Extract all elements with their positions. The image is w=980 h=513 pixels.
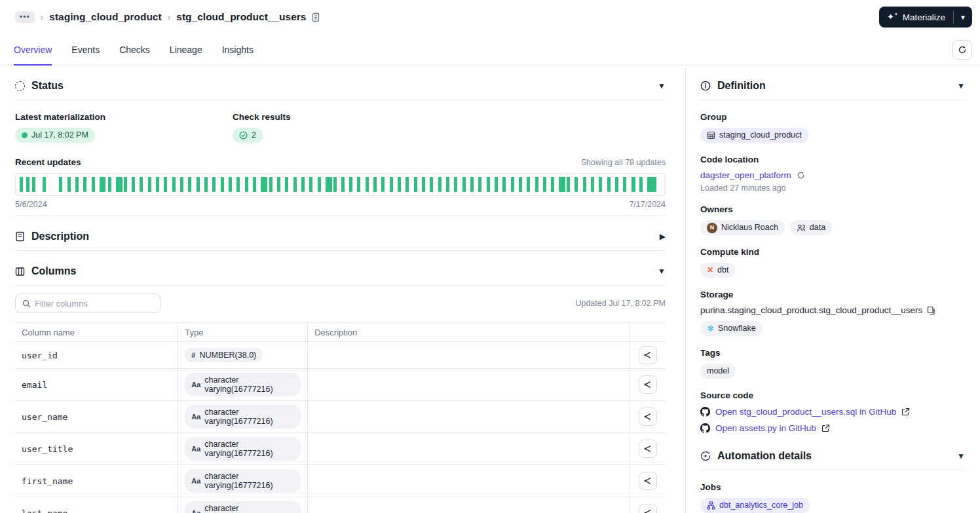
tab-lineage[interactable]: Lineage [170, 34, 202, 65]
storage-platform-tag[interactable]: ❄ Snowflake [700, 321, 763, 336]
update-bar [301, 177, 305, 192]
chevron-right-icon: › [41, 12, 44, 22]
update-bar [478, 177, 481, 192]
column-type-label: character varying(16777216) [204, 408, 294, 426]
source-code-link-row: Open assets.py in GitHub [700, 423, 965, 433]
tab-overview[interactable]: Overview [14, 34, 52, 65]
collapse-definition-icon[interactable]: ▼ [957, 81, 965, 90]
update-bar [140, 177, 143, 192]
tab-checks[interactable]: Checks [119, 34, 150, 65]
update-bar [43, 177, 46, 192]
update-bar [92, 177, 95, 192]
breadcrumb-ellipsis-button[interactable]: ••• [15, 11, 35, 23]
compute-kind-tag[interactable]: ✕ dbt [700, 263, 735, 278]
update-bar [83, 177, 86, 192]
copy-storage-path-icon[interactable] [927, 306, 935, 315]
update-bar [293, 177, 297, 192]
definition-section-header[interactable]: Definition ▼ [700, 66, 965, 100]
tags-label: Tags [700, 348, 965, 358]
github-source-link[interactable]: Open assets.py in GitHub [715, 423, 816, 433]
tab-events[interactable]: Events [71, 34, 100, 65]
owner-team-tag[interactable]: data [790, 220, 832, 235]
external-link-icon [821, 424, 830, 432]
update-bar [470, 177, 474, 192]
update-bar [454, 177, 457, 192]
code-location-link[interactable]: dagster_open_platform [700, 170, 791, 180]
view-column-lineage-button[interactable] [639, 346, 657, 364]
owner-user-tag[interactable]: NNicklaus Roach [700, 220, 785, 235]
update-bar [180, 177, 183, 192]
update-bar [422, 177, 425, 192]
table-row: user_nameAacharacter varying(16777216) [15, 401, 666, 433]
update-bar [438, 177, 442, 192]
update-bar [124, 177, 127, 192]
status-icon [15, 81, 25, 91]
check-results-field: Check results 2 [233, 112, 450, 143]
page-title: stg_cloud_product__users [176, 11, 306, 23]
avatar: N [707, 223, 717, 233]
check-circle-icon [239, 131, 248, 140]
github-source-link[interactable]: Open stg_cloud_product__users.sql in Git… [715, 407, 896, 417]
refresh-button[interactable] [952, 40, 972, 60]
expand-description-icon[interactable]: ▶ [660, 232, 666, 241]
update-bar [26, 177, 29, 192]
update-bar [366, 177, 369, 192]
recent-updates-timeline[interactable] [15, 173, 666, 196]
latest-materialization-label: Latest materialization [15, 112, 233, 122]
column-header-action [630, 323, 666, 342]
text-type-icon: Aa [191, 413, 200, 421]
update-bar [326, 177, 332, 192]
text-type-icon: Aa [191, 509, 200, 513]
columns-section-header[interactable]: Columns ▼ [15, 251, 666, 285]
column-name: first_name [22, 476, 73, 486]
storage-platform-label: Snowflake [718, 323, 756, 334]
materialize-dropdown-button[interactable]: ▼ [954, 7, 972, 28]
update-bar [405, 177, 409, 192]
update-bar [108, 177, 111, 192]
check-results-badge[interactable]: 2 [233, 128, 263, 143]
breadcrumb-group-link[interactable]: staging_cloud_product [49, 11, 161, 23]
update-bar [261, 177, 267, 192]
update-bar [269, 177, 273, 192]
source-code-link-row: Open stg_cloud_product__users.sql in Git… [700, 407, 965, 417]
definition-panel: Definition ▼ Group staging_cloud_product… [686, 66, 980, 513]
status-section-header[interactable]: Status ▼ [15, 66, 666, 100]
collapse-automation-icon[interactable]: ▼ [957, 451, 965, 461]
update-bar [100, 177, 105, 192]
update-bar [381, 177, 385, 192]
view-column-lineage-button[interactable] [639, 472, 657, 490]
group-tag[interactable]: staging_cloud_product [700, 128, 808, 143]
column-type-badge: Aacharacter varying(16777216) [185, 501, 301, 513]
collapse-status-icon[interactable]: ▼ [658, 81, 666, 90]
job-tag[interactable]: dbt_analytics_core_job [700, 498, 810, 513]
job-name: dbt_analytics_core_job [719, 500, 803, 511]
latest-materialization-value: Jul 17, 8:02 PM [31, 130, 88, 141]
column-type-label: character varying(16777216) [204, 504, 294, 513]
tag-pill[interactable]: model [700, 364, 736, 379]
automation-section-header[interactable]: Automation details ▼ [700, 433, 965, 470]
description-section-header[interactable]: Description ▶ [15, 216, 666, 250]
latest-materialization-badge[interactable]: Jul 17, 8:02 PM [15, 128, 95, 143]
copy-asset-name-icon[interactable] [311, 12, 320, 22]
update-bar [20, 177, 23, 192]
update-bar [116, 177, 122, 192]
filter-columns-input[interactable] [35, 299, 153, 309]
materialize-button[interactable]: ✦✦ Materialize [879, 7, 953, 28]
update-bar [390, 177, 393, 192]
lineage-share-icon [643, 351, 652, 360]
view-column-lineage-button[interactable] [639, 408, 657, 426]
column-name: user_name [22, 412, 67, 422]
collapse-columns-icon[interactable]: ▼ [658, 267, 666, 276]
view-column-lineage-button[interactable] [639, 504, 657, 513]
tab-insights[interactable]: Insights [222, 34, 254, 65]
update-bar [519, 177, 522, 192]
description-icon [15, 231, 25, 242]
view-column-lineage-button[interactable] [639, 375, 657, 394]
columns-table: Column nameTypeDescription user_id#NUMBE… [15, 322, 666, 513]
owner-name: Nicklaus Roach [721, 222, 778, 233]
lineage-share-icon [643, 444, 652, 453]
reload-code-location-icon[interactable] [797, 171, 805, 180]
column-type-label: character varying(16777216) [204, 472, 294, 490]
github-icon [700, 423, 710, 433]
view-column-lineage-button[interactable] [639, 440, 657, 458]
